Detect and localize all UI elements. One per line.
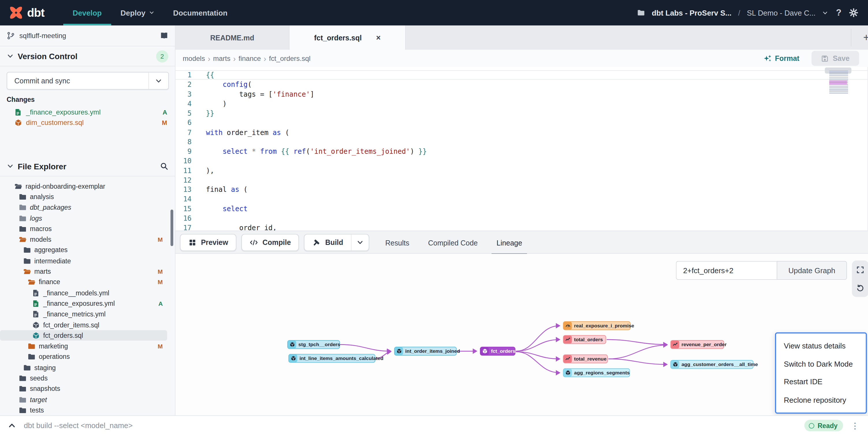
lineage-node-agg-regions-segments[interactable]: agg_regions_segments — [563, 368, 630, 377]
code-line[interactable]: 16 — [176, 213, 868, 223]
tree-item-logs[interactable]: logs — [0, 213, 167, 224]
code-line[interactable]: 10 — [176, 156, 868, 166]
kebab-menu-icon[interactable]: ⋮ — [851, 422, 859, 430]
lineage-node-revenue-per-order[interactable]: revenue_per_order — [671, 340, 724, 349]
tree-item-snapshots[interactable]: snapshots — [0, 383, 167, 394]
nav-develop[interactable]: Develop — [63, 0, 111, 25]
tab-lineage[interactable]: Lineage — [487, 231, 532, 255]
fullscreen-icon[interactable] — [854, 263, 867, 276]
gear-icon[interactable] — [849, 8, 858, 17]
menu-item-reclone-repository[interactable]: Reclone repository — [776, 396, 866, 404]
tree-item-seeds[interactable]: seeds — [0, 373, 167, 383]
menu-item-restart-ide[interactable]: Restart IDE — [776, 378, 866, 386]
build-button[interactable]: Build — [305, 235, 351, 251]
lineage-node-total-orders[interactable]: total_orders — [563, 335, 607, 344]
dbt-command-input[interactable] — [23, 421, 804, 430]
lineage-node-real-exposure[interactable]: real_exposure_i_promise — [563, 321, 631, 330]
account-name[interactable]: dbt Labs - ProServ S... — [652, 9, 732, 17]
tree-item-finance[interactable]: financeM — [0, 277, 167, 288]
code-line[interactable]: 4 ) — [176, 99, 868, 108]
tree-item-operations[interactable]: operations — [0, 352, 167, 362]
help-icon[interactable]: ? — [835, 8, 842, 18]
code-line[interactable]: 13final as ( — [176, 185, 868, 194]
code-editor[interactable]: 1{{2 config(3 tags = ['finance']4 )5}}67… — [176, 67, 868, 231]
breadcrumb-item[interactable]: marts — [213, 55, 230, 62]
left-sidebar: sqlfluff-meeting Version Control 2 Commi… — [0, 25, 176, 435]
tab-fct-orders[interactable]: fct_orders.sql × — [290, 25, 406, 49]
code-line[interactable]: 15 select — [176, 204, 868, 213]
code-line[interactable]: 14 — [176, 194, 868, 204]
lineage-node-int-order-items-joined[interactable]: int_order_items_joined — [394, 347, 457, 356]
code-line[interactable]: 7with order_item as ( — [176, 128, 868, 137]
tree-item-dbt-packages[interactable]: dbt_packages — [0, 202, 167, 213]
tree-item-project-root[interactable]: rapid-onboarding-exemplar — [0, 181, 167, 192]
tree-item-staging[interactable]: staging — [0, 362, 167, 373]
lineage-node-agg-customer-orders[interactable]: agg_customer_orders__all_time — [671, 360, 754, 369]
lineage-node-total-revenue[interactable]: total_revenue — [563, 355, 608, 364]
close-tab-icon[interactable]: × — [376, 33, 380, 42]
sidebar-scrollbar[interactable] — [170, 210, 173, 246]
breadcrumb-separator: › — [233, 54, 236, 63]
tree-item-fct-orders[interactable]: fct_orders.sql — [0, 330, 167, 341]
code-line[interactable]: 1{{ — [176, 70, 868, 79]
breadcrumb-item[interactable]: finance — [239, 55, 261, 62]
tree-item-marketing[interactable]: marketingM — [0, 341, 167, 352]
lineage-node-fct-orders[interactable]: fct_orders — [480, 347, 516, 356]
preview-button[interactable]: Preview — [180, 234, 237, 251]
project-selector[interactable]: SL Demo - Dave C... — [747, 9, 815, 17]
status-badge[interactable]: Ready — [804, 420, 843, 431]
chevron-up-icon[interactable] — [8, 422, 16, 430]
lineage-node-int-line-items[interactable]: int_line_items_amounts_calculated — [288, 354, 375, 363]
code-line[interactable]: 5}} — [176, 108, 868, 118]
lineage-node-stg-tpch-orders[interactable]: stg_tpch__orders — [287, 340, 340, 349]
breadcrumb-item[interactable]: models — [183, 55, 205, 62]
file-explorer-header[interactable]: File Explorer — [0, 157, 175, 176]
git-branch-row[interactable]: sqlfluff-meeting — [0, 25, 175, 46]
commit-options-caret[interactable] — [148, 72, 168, 89]
tree-item-finance-exposures-yml[interactable]: _finance_exposures.ymlA — [0, 298, 167, 309]
nav-deploy[interactable]: Deploy — [111, 0, 164, 25]
tree-item-aggregates[interactable]: aggregates — [0, 245, 167, 256]
code-line[interactable]: 6 — [176, 118, 868, 128]
version-control-header[interactable]: Version Control 2 — [0, 46, 175, 66]
tree-item-marts[interactable]: martsM — [0, 266, 167, 277]
nav-documentation[interactable]: Documentation — [164, 0, 237, 25]
update-graph-button[interactable]: Update Graph — [777, 261, 847, 280]
tree-item-tests[interactable]: tests — [0, 405, 167, 416]
tree-item-finance-metrics-yml[interactable]: _finance_metrics.yml — [0, 309, 167, 320]
code-line[interactable]: 9 select * from {{ ref('int_order_items_… — [176, 146, 868, 156]
format-button[interactable]: Format — [764, 54, 800, 63]
tree-item-finance-models-yml[interactable]: _finance__models.yml — [0, 288, 167, 298]
tree-item-target[interactable]: target — [0, 394, 167, 405]
menu-item-switch-dark-mode[interactable]: Switch to Dark Mode — [776, 360, 866, 368]
docs-book-icon[interactable] — [160, 31, 168, 40]
tree-item-models[interactable]: modelsM — [0, 234, 167, 245]
code-line[interactable]: 11), — [176, 166, 868, 175]
code-line[interactable]: 2 config( — [176, 80, 868, 90]
tab-readme[interactable]: README.md — [176, 25, 290, 49]
tab-results[interactable]: Results — [376, 231, 419, 255]
code-line[interactable]: 12 — [176, 175, 868, 185]
code-line[interactable]: 3 tags = ['finance'] — [176, 90, 868, 99]
compile-button[interactable]: Compile — [241, 234, 299, 251]
new-tab-button[interactable]: + — [855, 25, 868, 49]
build-options-caret[interactable] — [351, 235, 368, 251]
chevron-down-icon[interactable] — [822, 10, 828, 16]
dbt-logo[interactable]: dbt — [9, 5, 44, 20]
menu-item-view-status-details[interactable]: View status details — [776, 342, 866, 350]
changed-file-row[interactable]: _finance_exposures.yml A — [0, 107, 175, 117]
code-line[interactable]: 17 order_id, — [176, 223, 868, 231]
tree-item-analysis[interactable]: analysis — [0, 192, 167, 202]
breadcrumb-item[interactable]: fct_orders.sql — [269, 55, 310, 62]
reset-graph-icon[interactable] — [854, 281, 867, 295]
changed-file-row[interactable]: dim_customers.sql M — [0, 117, 175, 128]
commit-and-sync-button[interactable]: Commit and sync — [7, 72, 169, 90]
save-button[interactable]: Save — [811, 51, 859, 66]
search-icon[interactable] — [160, 162, 168, 170]
code-line[interactable]: 8 — [176, 137, 868, 146]
tree-item-intermediate[interactable]: intermediate — [0, 256, 167, 266]
tree-item-macros[interactable]: macros — [0, 224, 167, 234]
tab-compiled-code[interactable]: Compiled Code — [419, 231, 487, 255]
lineage-selector-input[interactable] — [676, 261, 777, 280]
tree-item-fct-order-items[interactable]: fct_order_items.sql — [0, 320, 167, 330]
